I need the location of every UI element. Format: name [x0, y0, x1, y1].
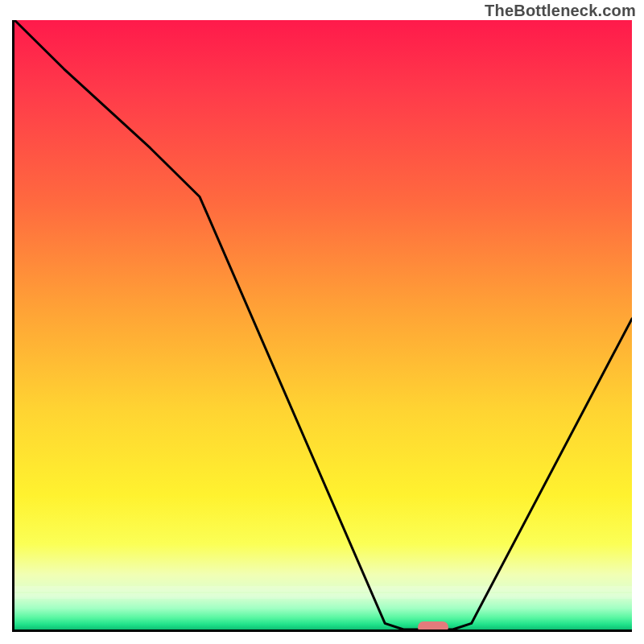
- chart-container: TheBottleneck.com: [0, 0, 644, 644]
- curve-svg: [14, 20, 632, 630]
- bottleneck-curve-path: [14, 20, 632, 630]
- watermark-text: TheBottleneck.com: [485, 2, 636, 20]
- optimal-marker: [418, 621, 449, 632]
- plot-area: [12, 20, 632, 632]
